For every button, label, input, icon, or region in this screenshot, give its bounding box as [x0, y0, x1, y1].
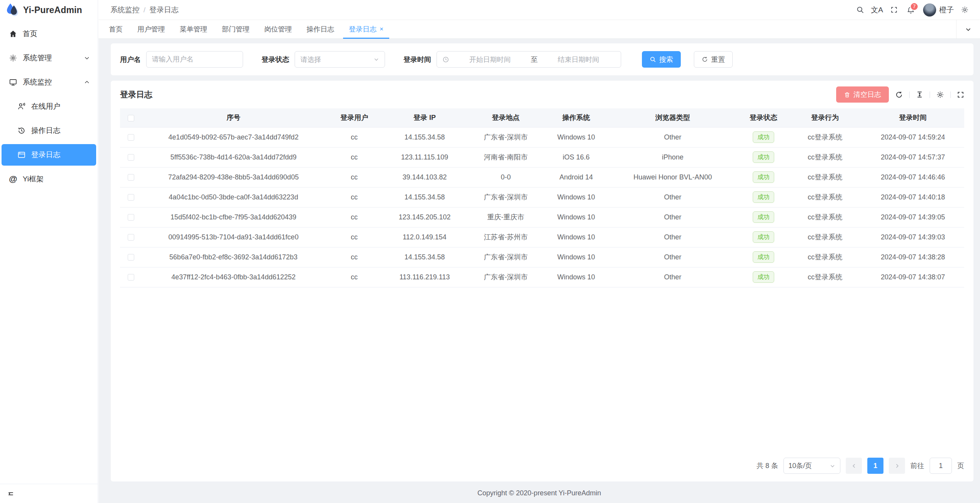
column-header: 登录 IP: [383, 108, 466, 127]
status-badge: 成功: [753, 251, 774, 262]
column-settings-gear-icon[interactable]: [936, 91, 944, 99]
cell-browser: Other: [664, 253, 681, 261]
sidebar-item-yi-framework[interactable]: @ Yi框架: [2, 168, 96, 190]
sidebar-menu: 首页 系统管理 系统监控: [0, 20, 98, 190]
footer: Copyright © 2020-present Yi-PureAdmin: [98, 483, 980, 503]
end-date-input[interactable]: 结束日期时间: [542, 55, 615, 64]
trash-icon: [844, 91, 850, 98]
sidebar-item-system-admin[interactable]: 系统管理: [2, 47, 96, 69]
row-checkbox[interactable]: [128, 194, 134, 201]
cell-time: 2024-09-07 14:39:05: [881, 213, 945, 221]
column-header: 登录状态: [738, 108, 788, 127]
tab-post-admin[interactable]: 岗位管理: [257, 20, 299, 38]
page-number-current[interactable]: 1: [867, 458, 883, 474]
sidebar-item-online-users[interactable]: 在线用户: [2, 96, 96, 117]
tab-dept-admin[interactable]: 部门管理: [215, 20, 257, 38]
table-row[interactable]: 72afa294-8209-438e-8bb5-3a14dd690d05 cc …: [120, 167, 964, 187]
refresh-table-icon[interactable]: [895, 91, 903, 99]
date-range-separator: 至: [531, 55, 538, 64]
chevron-up-icon: [84, 79, 90, 85]
row-checkbox[interactable]: [128, 254, 134, 261]
cell-ip: 123.11.115.109: [401, 153, 448, 161]
start-date-input[interactable]: 开始日期时间: [453, 55, 527, 64]
app-logo-row[interactable]: Yi-PureAdmin: [0, 0, 98, 20]
tab-menu-chevron-down-icon[interactable]: [956, 20, 980, 38]
home-icon: [8, 29, 18, 38]
page-size-select[interactable]: 10条/页: [783, 458, 840, 474]
search-button[interactable]: 搜索: [642, 51, 681, 68]
search-icon[interactable]: [852, 2, 868, 18]
username-field[interactable]: [146, 51, 243, 68]
cell-uuid: 5ff5536c-738b-4d14-620a-3a14dd72fdd9: [170, 153, 297, 161]
sidebar-item-operation-log[interactable]: 操作日志: [2, 120, 96, 141]
tab-menu-admin[interactable]: 菜单管理: [172, 20, 215, 38]
cell-user: cc: [351, 133, 358, 141]
row-checkbox[interactable]: [128, 134, 134, 141]
username-input[interactable]: [152, 55, 237, 63]
time-range-picker[interactable]: 开始日期时间 至 结束日期时间: [437, 51, 621, 68]
cell-location: 广东省-深圳市: [484, 133, 528, 141]
sidebar-item-label: 首页: [23, 29, 37, 39]
cell-time: 2024-09-07 14:46:46: [881, 173, 945, 181]
table-row[interactable]: 4a04c1bc-0d50-3bde-ca0f-3a14dd63223d cc …: [120, 187, 964, 207]
cell-location: 广东省-深圳市: [484, 253, 528, 261]
table-toolbar: 清空日志: [836, 86, 964, 103]
cell-ip: 14.155.34.58: [404, 253, 445, 261]
status-badge: 成功: [753, 231, 774, 242]
cell-uuid: 4e1d0549-b092-657b-aec7-3a14dd749fd2: [168, 133, 298, 141]
collapse-sidebar-icon[interactable]: [7, 490, 15, 498]
sidebar-item-label: Yi框架: [23, 174, 43, 184]
tab-home[interactable]: 首页: [102, 20, 130, 38]
row-checkbox[interactable]: [128, 154, 134, 161]
sidebar-item-system-monitor[interactable]: 系统监控: [2, 71, 96, 93]
select-all-checkbox[interactable]: [128, 115, 134, 121]
online-user-icon: [17, 102, 26, 111]
tab-login-log[interactable]: 登录日志 ×: [342, 20, 391, 38]
login-log-card: 登录日志 清空日志: [111, 81, 973, 481]
cell-user: cc: [351, 253, 358, 261]
app-logo-icon: [6, 3, 19, 17]
cell-uuid: 4a04c1bc-0d50-3bde-ca0f-3a14dd63223d: [169, 193, 298, 201]
reset-button[interactable]: 重置: [694, 51, 733, 68]
notification-bell-icon[interactable]: 7: [902, 2, 919, 18]
cell-user: cc: [351, 213, 358, 221]
cell-behavior: cc登录系统: [808, 153, 842, 161]
row-checkbox[interactable]: [128, 274, 134, 281]
cell-browser: Other: [664, 133, 681, 141]
cell-os: Windows 10: [557, 233, 595, 241]
sidebar-item-home[interactable]: 首页: [2, 23, 96, 45]
table-fullscreen-icon[interactable]: [957, 91, 964, 98]
sidebar-item-label: 登录日志: [31, 150, 60, 160]
username-label: 用户名: [120, 55, 141, 64]
row-checkbox[interactable]: [128, 214, 134, 221]
table-row[interactable]: 4e37ff12-2fc4-b463-0fbb-3a14dd612252 cc …: [120, 267, 964, 287]
close-tab-icon[interactable]: ×: [380, 25, 383, 33]
table-row[interactable]: 4e1d0549-b092-657b-aec7-3a14dd749fd2 cc …: [120, 127, 964, 147]
status-select[interactable]: 请选择: [295, 51, 385, 68]
settings-gear-icon[interactable]: [956, 2, 973, 18]
sidebar-item-login-log[interactable]: 登录日志: [2, 144, 96, 166]
fullscreen-icon[interactable]: [885, 2, 902, 18]
cell-uuid: 00914995-513b-7104-da91-3a14dd61fce0: [168, 233, 298, 241]
breadcrumb-item[interactable]: 系统监控: [110, 5, 140, 15]
cell-user: cc: [351, 233, 358, 241]
translate-icon[interactable]: 文A: [868, 2, 885, 18]
row-density-icon[interactable]: [916, 91, 923, 98]
table-row[interactable]: 00914995-513b-7104-da91-3a14dd61fce0 cc …: [120, 227, 964, 247]
row-checkbox[interactable]: [128, 174, 134, 181]
table-row[interactable]: 56b6a7e0-fbb2-ef8c-3692-3a14dd6172b3 cc …: [120, 247, 964, 267]
row-checkbox[interactable]: [128, 234, 134, 241]
cell-user: cc: [351, 153, 358, 161]
next-page-button[interactable]: [889, 458, 905, 474]
top-navbar: 系统监控 / 登录日志 文A 7 橙子: [98, 0, 980, 20]
goto-page-input[interactable]: [930, 458, 952, 474]
username[interactable]: 橙子: [939, 5, 954, 15]
prev-page-button[interactable]: [846, 458, 862, 474]
table-row[interactable]: 5ff5536c-738b-4d14-620a-3a14dd72fdd9 cc …: [120, 147, 964, 167]
cell-uuid: 15d5f402-bc1b-cfbe-7f95-3a14dd620439: [170, 213, 296, 221]
table-row[interactable]: 15d5f402-bc1b-cfbe-7f95-3a14dd620439 cc …: [120, 207, 964, 227]
avatar[interactable]: [923, 3, 936, 17]
tab-user-admin[interactable]: 用户管理: [130, 20, 172, 38]
tab-operation-log[interactable]: 操作日志: [299, 20, 342, 38]
clear-log-button[interactable]: 清空日志: [836, 86, 889, 103]
